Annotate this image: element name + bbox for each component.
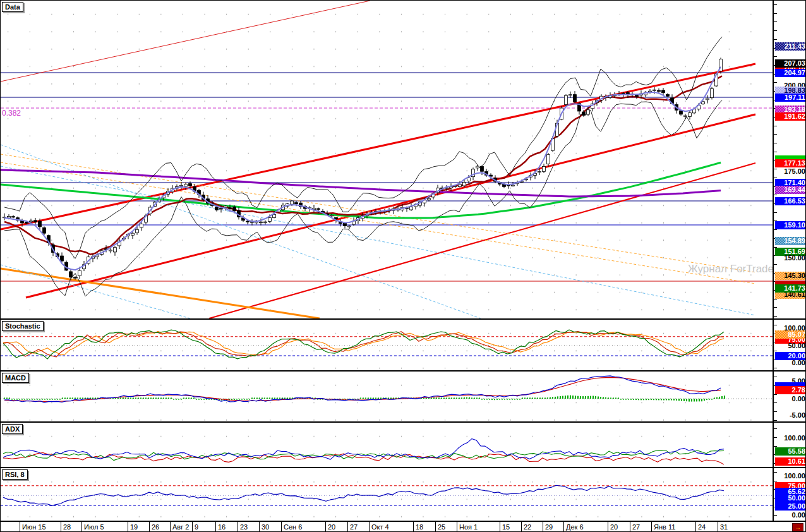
axis-label: 166.53: [775, 197, 806, 205]
time-axis-tick: [718, 522, 718, 532]
axis-tick: [774, 229, 777, 230]
rsi-chart-canvas[interactable]: [1, 468, 773, 521]
axis-tick: [774, 134, 777, 135]
time-axis-label: 29: [545, 523, 553, 531]
axis-label: 159.10: [775, 221, 806, 229]
panel-label-data[interactable]: Data: [2, 2, 23, 12]
time-axis-tick: [170, 522, 171, 532]
trading-chart-window: Журнал ForTrader.ru 0.382 Data Stochasti…: [0, 0, 806, 532]
axis-label: 0.00: [775, 511, 806, 519]
time-axis-label: 30: [262, 523, 269, 531]
axis-tick: [774, 13, 777, 14]
adx-chart-canvas[interactable]: [1, 423, 773, 467]
time-axis-tick: [238, 522, 238, 532]
time-axis-label: 15: [502, 523, 510, 531]
adx-panel: ADX: [1, 423, 773, 467]
time-axis-label: 28: [63, 523, 71, 531]
time-axis-tick: [128, 522, 128, 532]
time-axis-tick: [149, 522, 150, 532]
time-axis-label: 18: [416, 523, 423, 531]
fib-level-label: 0.382: [2, 109, 21, 118]
time-axis-tick: [325, 522, 326, 532]
panel-divider: [1, 521, 806, 522]
axis-label: 55.58: [775, 447, 806, 456]
panel-divider: [1, 370, 806, 372]
time-axis-label: Авг 2: [172, 523, 189, 531]
right-arrow-icon: →: [795, 524, 801, 531]
panel-label-rsi[interactable]: RSI, 8: [2, 469, 28, 480]
panel-label-stochastic[interactable]: Stochastic: [2, 321, 44, 331]
scroll-right-button[interactable]: →: [792, 523, 803, 531]
stochastic-panel: Stochastic: [1, 320, 773, 370]
axis-label: 85.07: [775, 330, 806, 339]
axis-tick: [774, 264, 777, 265]
axis-label: 145.30: [775, 272, 806, 280]
axis-label: 25.00: [775, 502, 806, 511]
time-axis-tick: [413, 522, 414, 532]
axis-tick: [774, 299, 777, 299]
time-axis-label: 9: [195, 523, 198, 531]
axis-label: 100.00: [775, 472, 806, 480]
time-axis-tick: [369, 522, 370, 532]
time-axis-label: 23: [240, 523, 248, 531]
time-axis-tick: [500, 522, 500, 532]
time-axis: Июн 1528Июл 51926Авг 29162330Сен 62027Ок…: [1, 522, 806, 532]
time-axis-label: 26: [152, 523, 159, 531]
time-axis-label: Окт 4: [371, 523, 389, 531]
time-axis-label: 24: [698, 523, 706, 531]
macd-chart-canvas[interactable]: [1, 372, 773, 421]
panel-label-macd[interactable]: MACD: [2, 373, 29, 383]
axis-label: 169.44: [775, 186, 806, 194]
time-axis-label: 16: [218, 523, 226, 531]
price-axis-column: 211.43206.16207.03204.97200.00198.83197.…: [773, 1, 806, 522]
time-axis-label: 20: [328, 523, 335, 531]
axis-tick: [774, 178, 777, 178]
time-axis-tick: [563, 522, 564, 532]
axis-label: 204.97: [775, 69, 806, 77]
time-axis-tick: [521, 522, 522, 532]
axis-tick: [774, 152, 777, 152]
axis-label: 211.43: [775, 42, 806, 51]
time-axis-label: 19: [130, 523, 138, 531]
axis-tick: [774, 481, 777, 481]
price-chart-canvas[interactable]: [1, 1, 773, 318]
time-axis-label: 31: [720, 523, 728, 531]
panel-divider: [1, 467, 806, 468]
axis-label: 197.11: [775, 94, 806, 102]
time-axis-tick: [347, 522, 348, 532]
time-axis-tick: [608, 522, 608, 532]
axis-tick: [774, 126, 777, 126]
panel-divider: [1, 421, 806, 423]
time-axis-tick: [435, 522, 436, 532]
time-axis-tick: [630, 522, 630, 532]
time-axis-tick: [695, 522, 696, 532]
time-axis-label: 27: [350, 523, 358, 531]
axis-tick: [774, 307, 777, 308]
rsi-panel: RSI, 8: [1, 468, 773, 521]
axis-tick: [774, 316, 777, 317]
axis-tick: [774, 420, 777, 421]
axis-label: 50.00: [775, 342, 806, 350]
axis-label: 10.61: [775, 457, 806, 466]
axis-tick: [774, 446, 777, 447]
time-axis-tick: [81, 522, 82, 532]
time-axis-label: Янв 11: [654, 523, 675, 531]
stochastic-chart-canvas[interactable]: [1, 320, 773, 370]
axis-tick: [774, 21, 777, 22]
axis-label: 191.62: [775, 112, 806, 121]
axis-label: 154.89: [775, 237, 806, 245]
macd-panel: MACD: [1, 372, 773, 421]
axis-tick: [774, 212, 777, 213]
watermark: Журнал ForTrader.ru: [688, 263, 773, 275]
axis-tick: [774, 143, 777, 143]
axis-label: 175.00: [775, 167, 806, 176]
time-axis-label: 25: [438, 523, 445, 531]
axis-label: -5.00: [775, 411, 806, 420]
axis-tick: [774, 39, 777, 40]
time-axis-tick: [192, 522, 193, 532]
panel-label-adx[interactable]: ADX: [2, 424, 23, 434]
axis-tick: [774, 4, 777, 5]
time-axis-label: Июл 5: [84, 523, 104, 531]
time-axis-tick: [457, 522, 457, 532]
axis-tick: [774, 368, 777, 368]
